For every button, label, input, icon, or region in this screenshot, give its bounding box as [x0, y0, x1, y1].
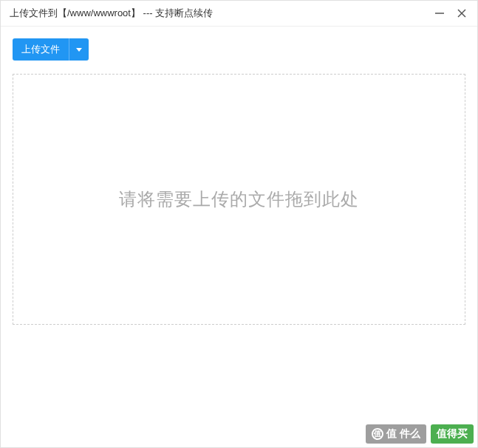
- close-button[interactable]: [455, 7, 468, 20]
- watermark-text-1: 值 件么: [386, 427, 420, 441]
- upload-dialog: 上传文件到【/www/wwwroot】 --- 支持断点续传 上传文件 请将需要…: [0, 0, 478, 448]
- minimize-icon: [434, 8, 445, 18]
- upload-file-button[interactable]: 上传文件: [13, 38, 69, 61]
- close-icon: [457, 8, 467, 18]
- watermark-badge-2: 值得买: [431, 424, 474, 444]
- dropzone-hint: 请将需要上传的文件拖到此处: [119, 187, 359, 211]
- minimize-button[interactable]: [433, 7, 446, 20]
- window-title: 上传文件到【/www/wwwroot】 --- 支持断点续传: [10, 7, 213, 20]
- window-controls: [433, 7, 468, 20]
- watermark-footer: 值 值 件么 值得买: [366, 424, 474, 444]
- upload-button-group: 上传文件: [13, 38, 465, 61]
- watermark-text-2: 值得买: [437, 427, 468, 441]
- upload-dropdown-button[interactable]: [69, 38, 89, 61]
- file-dropzone[interactable]: 请将需要上传的文件拖到此处: [13, 74, 465, 325]
- svg-marker-3: [76, 48, 82, 52]
- titlebar: 上传文件到【/www/wwwroot】 --- 支持断点续传: [1, 1, 477, 27]
- watermark-badge-1: 值 值 件么: [366, 424, 426, 444]
- chevron-down-icon: [75, 46, 83, 53]
- watermark-circle-icon: 值: [372, 428, 383, 440]
- dialog-body: 上传文件 请将需要上传的文件拖到此处: [1, 27, 477, 447]
